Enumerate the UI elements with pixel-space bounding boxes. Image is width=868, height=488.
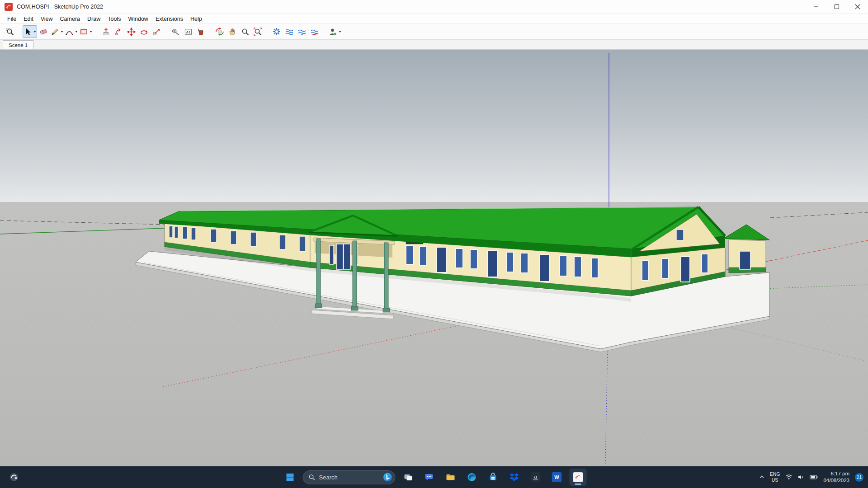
extension-gear-icon[interactable]	[270, 25, 283, 38]
language-indicator[interactable]: ENG US	[770, 471, 780, 483]
scene-tab[interactable]: Scene 1	[3, 40, 33, 49]
sketchup-app-icon	[5, 3, 13, 11]
svg-text:A1: A1	[186, 30, 190, 34]
follow-me-icon[interactable]	[112, 25, 125, 38]
tray-chevron-icon[interactable]	[759, 474, 764, 480]
file-explorer-icon[interactable]	[442, 469, 459, 486]
desktop: COM.HOSPI - SketchUp Pro 2022 File Edit …	[0, 0, 868, 488]
zoom-icon[interactable]	[239, 25, 251, 38]
menu-extensions[interactable]: Extensions	[152, 15, 187, 23]
edge-icon[interactable]	[463, 469, 481, 486]
windows-taskbar: Search a	[0, 466, 868, 488]
account-person-icon[interactable]	[327, 25, 342, 38]
scale-icon[interactable]	[150, 25, 163, 38]
zoom-extents-icon[interactable]	[251, 25, 264, 38]
svg-text:a: a	[534, 474, 537, 479]
volume-icon[interactable]	[798, 474, 804, 480]
zoom-window-icon[interactable]	[4, 25, 16, 38]
menu-camera[interactable]: Camera	[57, 15, 84, 23]
microsoft-store-icon[interactable]	[485, 469, 502, 486]
svg-text:W: W	[554, 474, 559, 480]
dropdown-caret-icon[interactable]	[75, 31, 78, 33]
tray-date: 04/08/2023	[823, 477, 849, 484]
menu-tools[interactable]: Tools	[104, 15, 124, 23]
dropbox-icon[interactable]	[506, 469, 523, 486]
window-title: COM.HOSPI - SketchUp Pro 2022	[17, 4, 103, 10]
right-wing-roof	[723, 225, 769, 240]
paint-bucket-icon[interactable]	[194, 25, 207, 38]
pan-icon[interactable]	[226, 25, 239, 38]
rotate-icon[interactable]	[137, 25, 150, 38]
tape-measure-icon[interactable]	[169, 25, 182, 38]
start-button[interactable]	[282, 469, 299, 486]
sketchup-taskbar-icon[interactable]	[570, 469, 587, 486]
arc-icon[interactable]	[64, 25, 79, 38]
word-icon[interactable]: W	[548, 469, 566, 486]
notification-count-badge[interactable]: 21	[855, 473, 863, 482]
move-icon[interactable]	[125, 25, 137, 38]
search-placeholder: Search	[319, 474, 379, 481]
task-view-icon[interactable]	[400, 469, 417, 486]
menu-draw[interactable]: Draw	[84, 15, 104, 23]
scene-tab-label: Scene 1	[9, 42, 28, 48]
menu-bar: File Edit View Camera Draw Tools Window …	[0, 14, 868, 24]
battery-icon[interactable]	[810, 475, 818, 479]
extension-waves-dot-icon[interactable]	[296, 25, 308, 38]
search-icon	[309, 474, 316, 481]
push-pull-icon[interactable]	[99, 25, 112, 38]
text-tool-icon[interactable]: A1	[182, 25, 194, 38]
chat-icon[interactable]	[421, 469, 438, 486]
clock[interactable]: 6:17 pm 04/08/2023	[823, 470, 849, 484]
bing-icon	[383, 472, 393, 482]
orbit-icon[interactable]	[213, 25, 226, 38]
select-arrow-icon[interactable]	[23, 25, 37, 38]
eraser-icon[interactable]	[37, 25, 50, 38]
extension-waves-cut-icon[interactable]	[308, 25, 321, 38]
rectangle-icon[interactable]	[79, 25, 93, 38]
menu-help[interactable]: Help	[187, 15, 206, 23]
main-toolbar: A1	[0, 24, 868, 40]
dropdown-caret-icon[interactable]	[90, 31, 92, 33]
pencil-line-icon[interactable]	[50, 25, 64, 38]
menu-window[interactable]: Window	[124, 15, 151, 23]
dropdown-caret-icon[interactable]	[61, 31, 63, 33]
amazon-icon[interactable]: a	[527, 469, 544, 486]
search-input[interactable]: Search	[303, 470, 396, 484]
scene-tab-bar: Scene 1	[0, 40, 868, 50]
dropdown-caret-icon[interactable]	[339, 31, 341, 33]
maximize-button[interactable]	[826, 0, 847, 14]
widgets-icon[interactable]	[5, 469, 23, 486]
tray-time: 6:17 pm	[823, 470, 849, 477]
close-button[interactable]	[847, 0, 868, 14]
window-titlebar: COM.HOSPI - SketchUp Pro 2022	[0, 0, 868, 14]
model-viewport[interactable]	[0, 50, 868, 466]
dropdown-caret-icon[interactable]	[33, 31, 36, 33]
menu-file[interactable]: File	[4, 15, 20, 23]
extension-waves-icon[interactable]	[283, 25, 296, 38]
minimize-button[interactable]	[806, 0, 826, 14]
menu-view[interactable]: View	[37, 15, 57, 23]
wifi-icon[interactable]	[785, 474, 793, 480]
menu-edit[interactable]: Edit	[20, 15, 37, 23]
